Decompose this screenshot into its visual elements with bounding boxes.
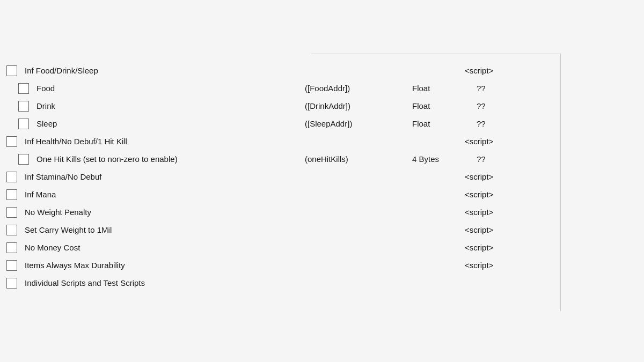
label-set-carry-weight: Set Carry Weight to 1Mil	[25, 225, 293, 234]
value-inf-mana: <script>	[465, 190, 518, 199]
addr-food: ([FoodAddr])	[305, 84, 412, 93]
value-set-carry-weight: <script>	[465, 225, 518, 234]
row-inf-mana: Inf Mana<script>	[5, 186, 644, 203]
label-inf-food-drink-sleep: Inf Food/Drink/Sleep	[25, 66, 293, 75]
checkbox-inf-stamina[interactable]	[6, 172, 17, 182]
label-drink: Drink	[36, 101, 305, 110]
row-drink: Drink([DrinkAddr])Float??	[5, 97, 644, 115]
row-individual-scripts: Individual Scripts and Test Scripts	[5, 274, 644, 292]
row-sleep: Sleep([SleepAddr])Float??	[5, 115, 644, 132]
checkbox-one-hit-kills[interactable]	[18, 154, 29, 165]
label-inf-health: Inf Health/No Debuf/1 Hit Kill	[25, 137, 293, 146]
addr-drink: ([DrinkAddr])	[305, 101, 412, 110]
row-set-carry-weight: Set Carry Weight to 1Mil<script>	[5, 221, 644, 239]
label-one-hit-kills: One Hit Kills (set to non-zero to enable…	[36, 154, 305, 164]
checkbox-no-weight-penalty[interactable]	[6, 207, 17, 218]
checkbox-set-carry-weight[interactable]	[6, 225, 17, 235]
value-items-durability: <script>	[465, 261, 518, 270]
row-one-hit-kills: One Hit Kills (set to non-zero to enable…	[5, 150, 644, 168]
type-sleep: Float	[412, 119, 477, 128]
value-inf-health: <script>	[465, 137, 518, 146]
label-no-money-cost: No Money Cost	[25, 243, 293, 252]
row-food: Food([FoodAddr])Float??	[5, 79, 644, 97]
value-drink[interactable]: ??	[477, 101, 530, 110]
value-one-hit-kills[interactable]: ??	[477, 154, 530, 164]
value-food[interactable]: ??	[477, 84, 530, 93]
vertical-divider	[560, 54, 561, 311]
row-no-money-cost: No Money Cost<script>	[5, 239, 644, 256]
label-inf-stamina: Inf Stamina/No Debuf	[25, 172, 293, 181]
main-container: Inf Food/Drink/Sleep<script>Food([FoodAd…	[0, 0, 644, 362]
checkbox-items-durability[interactable]	[6, 260, 17, 271]
addr-one-hit-kills: (oneHitKills)	[305, 154, 412, 164]
row-no-weight-penalty: No Weight Penalty<script>	[5, 203, 644, 221]
value-no-weight-penalty: <script>	[465, 208, 518, 217]
label-food: Food	[36, 84, 305, 93]
checkbox-food[interactable]	[18, 83, 29, 94]
checkbox-inf-health[interactable]	[6, 136, 17, 147]
row-inf-health: Inf Health/No Debuf/1 Hit Kill<script>	[5, 132, 644, 150]
type-drink: Float	[412, 101, 477, 110]
addr-sleep: ([SleepAddr])	[305, 119, 412, 128]
value-no-money-cost: <script>	[465, 243, 518, 252]
label-items-durability: Items Always Max Durability	[25, 261, 293, 270]
checkbox-sleep[interactable]	[18, 119, 29, 129]
label-sleep: Sleep	[36, 119, 305, 128]
type-food: Float	[412, 84, 477, 93]
checkbox-drink[interactable]	[18, 101, 29, 112]
label-no-weight-penalty: No Weight Penalty	[25, 208, 293, 217]
row-inf-food-drink-sleep: Inf Food/Drink/Sleep<script>	[5, 62, 644, 79]
label-inf-mana: Inf Mana	[25, 190, 293, 199]
checkbox-individual-scripts[interactable]	[6, 278, 17, 289]
checkbox-inf-food-drink-sleep[interactable]	[6, 65, 17, 76]
top-line-partial	[311, 54, 561, 54]
value-inf-stamina: <script>	[465, 172, 518, 181]
type-one-hit-kills: 4 Bytes	[412, 154, 477, 164]
value-inf-food-drink-sleep: <script>	[465, 66, 518, 75]
label-individual-scripts: Individual Scripts and Test Scripts	[25, 278, 293, 287]
row-items-durability: Items Always Max Durability<script>	[5, 256, 644, 274]
checkbox-no-money-cost[interactable]	[6, 242, 17, 253]
value-sleep[interactable]: ??	[477, 119, 530, 128]
row-inf-stamina: Inf Stamina/No Debuf<script>	[5, 168, 644, 186]
cheat-table: Inf Food/Drink/Sleep<script>Food([FoodAd…	[5, 62, 644, 292]
checkbox-inf-mana[interactable]	[6, 189, 17, 200]
